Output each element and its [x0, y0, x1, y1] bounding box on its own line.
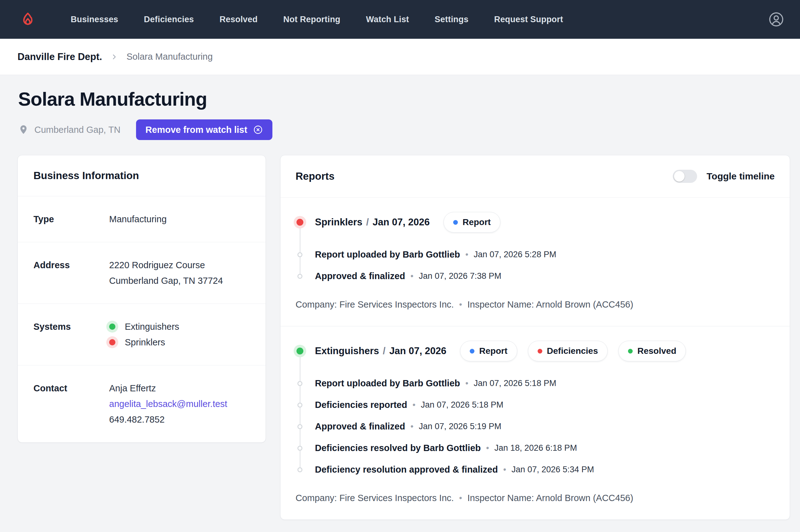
main-content: Solara Manufacturing Cumberland Gap, TN … — [0, 75, 800, 532]
status-dot-green — [297, 347, 303, 355]
system-item: Sprinklers — [109, 335, 179, 350]
bullet-separator: • — [465, 379, 468, 388]
report-entry-sprinklers: Sprinklers/Jan 07, 2026 Report Report up… — [281, 197, 790, 326]
address-line-2: Cumberland Gap, TN 37724 — [109, 273, 223, 288]
type-value: Manufacturing — [109, 211, 167, 227]
report-timeline: Sprinklers/Jan 07, 2026 Report Report up… — [296, 212, 775, 281]
nav-item-settings[interactable]: Settings — [435, 15, 468, 24]
reports-title: Reports — [296, 170, 335, 182]
timeline-toggle-wrap: Toggle timeline — [673, 170, 775, 183]
event-text: Approved & finalized — [315, 421, 405, 432]
map-pin-icon — [18, 125, 29, 135]
timeline-event: Report uploaded by Barb Gottlieb • Jan 0… — [296, 249, 775, 260]
chevron-right-icon — [111, 54, 117, 60]
bullet-separator: • — [412, 400, 415, 410]
timeline-toggle-switch[interactable] — [673, 170, 697, 183]
footer-inspector: Inspector Name: Arnold Brown (ACC456) — [468, 493, 633, 503]
dot-col — [296, 467, 304, 472]
status-dot-red — [297, 219, 303, 226]
report-entry-title: Sprinklers/Jan 07, 2026 — [315, 216, 430, 228]
bullet-separator: • — [459, 493, 462, 503]
badge-report: Report — [460, 341, 517, 361]
title-separator: / — [366, 216, 369, 228]
event-text: Deficiencies reported — [315, 400, 407, 410]
contact-value: Anja Effertz angelita_lebsack@muller.tes… — [109, 380, 227, 427]
systems-list: Extinguishers Sprinklers — [109, 319, 179, 350]
dot-col — [296, 424, 304, 429]
event-text: Approved & finalized — [315, 271, 405, 281]
report-badges: Report Deficiencies Resolved — [460, 341, 686, 361]
contact-label: Contact — [34, 380, 109, 396]
address-label: Address — [34, 257, 109, 273]
nav-item-resolved[interactable]: Resolved — [220, 15, 258, 24]
timeline-event: Approved & finalized • Jan 07, 2026 5:19… — [296, 421, 775, 432]
footer-company: Company: Fire Services Inspectors Inc. — [296, 493, 454, 503]
event-time: Jan 07, 2026 7:38 PM — [419, 271, 501, 281]
badge-dot-green — [628, 349, 633, 354]
badge-deficiencies: Deficiencies — [528, 341, 608, 361]
system-item: Extinguishers — [109, 319, 179, 335]
event-time: Jan 07, 2026 5:18 PM — [421, 400, 503, 410]
contact-email-link[interactable]: angelita_lebsack@muller.test — [109, 399, 227, 409]
contact-name: Anja Effertz — [109, 380, 227, 396]
timeline-toggle-label: Toggle timeline — [706, 171, 775, 182]
nav-links: Businesses Deficiencies Resolved Not Rep… — [71, 15, 563, 24]
badge-dot-blue — [470, 349, 475, 354]
report-entry-header: Sprinklers/Jan 07, 2026 Report — [296, 212, 775, 232]
event-time: Jan 18, 2026 6:18 PM — [495, 443, 577, 453]
address-line-1: 2220 Rodriguez Course — [109, 257, 223, 273]
nav-item-deficiencies[interactable]: Deficiencies — [144, 15, 194, 24]
bullet-separator: • — [459, 300, 462, 309]
business-info-title: Business Information — [34, 170, 250, 182]
report-timeline: Extinguishers/Jan 07, 2026 Report Defici… — [296, 341, 775, 475]
nav-item-watch-list[interactable]: Watch List — [366, 15, 409, 24]
event-dot — [297, 467, 302, 472]
report-entry-title: Extinguishers/Jan 07, 2026 — [315, 345, 446, 357]
page-title: Solara Manufacturing — [18, 88, 790, 110]
dot-col — [296, 274, 304, 279]
circle-x-icon — [253, 125, 263, 135]
breadcrumb-root[interactable]: Danville Fire Dept. — [18, 51, 102, 62]
breadcrumb-current: Solara Manufacturing — [126, 52, 213, 62]
event-dot — [297, 446, 302, 451]
info-row-type: Type Manufacturing — [18, 196, 265, 242]
dot-col — [296, 219, 304, 226]
event-dot — [297, 403, 302, 407]
systems-label: Systems — [34, 319, 109, 335]
app-screen: Businesses Deficiencies Resolved Not Rep… — [0, 0, 800, 532]
timeline-event: Approved & finalized • Jan 07, 2026 7:38… — [296, 271, 775, 281]
timeline-event: Deficiencies reported • Jan 07, 2026 5:1… — [296, 400, 775, 410]
bullet-separator: • — [410, 422, 413, 431]
timeline-event: Deficiencies resolved by Barb Gottlieb •… — [296, 443, 775, 453]
title-separator: / — [383, 345, 386, 356]
event-dot — [297, 274, 302, 279]
top-nav: Businesses Deficiencies Resolved Not Rep… — [0, 0, 800, 39]
event-time: Jan 07, 2026 5:19 PM — [419, 422, 501, 431]
info-row-contact: Contact Anja Effertz angelita_lebsack@mu… — [18, 365, 265, 442]
nav-item-businesses[interactable]: Businesses — [71, 15, 118, 24]
timeline-event: Deficiency resolution approved & finaliz… — [296, 464, 775, 475]
bullet-separator: • — [486, 443, 489, 453]
nav-item-request-support[interactable]: Request Support — [494, 15, 563, 24]
flame-logo-icon[interactable] — [18, 9, 38, 30]
remove-watchlist-button[interactable]: Remove from watch list — [136, 119, 273, 140]
status-dot-red — [109, 339, 115, 345]
breadcrumb: Danville Fire Dept. Solara Manufacturing — [0, 39, 800, 75]
business-info-header: Business Information — [18, 155, 265, 196]
badge-dot-blue — [453, 220, 458, 225]
event-dot — [297, 381, 302, 386]
event-text: Report uploaded by Barb Gottlieb — [315, 249, 460, 260]
toggle-knob — [674, 171, 685, 182]
type-label: Type — [34, 211, 109, 227]
report-entry-extinguishers: Extinguishers/Jan 07, 2026 Report Defici… — [281, 326, 790, 519]
page-meta: Cumberland Gap, TN Remove from watch lis… — [18, 119, 790, 140]
user-account-icon[interactable] — [767, 11, 785, 28]
report-entry-header: Extinguishers/Jan 07, 2026 Report Defici… — [296, 341, 775, 361]
dot-col — [296, 446, 304, 451]
dot-col — [296, 381, 304, 386]
nav-item-not-reporting[interactable]: Not Reporting — [283, 15, 340, 24]
business-info-card: Business Information Type Manufacturing … — [18, 155, 266, 443]
event-dot — [297, 424, 302, 429]
footer-company: Company: Fire Services Inspectors Inc. — [296, 300, 454, 310]
remove-watchlist-label: Remove from watch list — [145, 125, 247, 135]
